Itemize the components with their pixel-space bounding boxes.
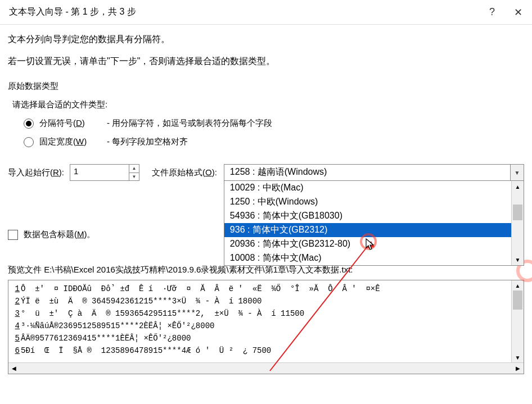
scroll-right-icon[interactable]: ▶ [512,365,524,371]
scroll-down-icon[interactable]: ▼ [512,352,524,362]
dropdown-item[interactable]: 20936 : 简体中文(GB2312-80) [224,237,511,251]
scroll-up-icon[interactable]: ▲ [512,280,524,290]
preview-line: 5ÂÄ®9577612369415****1ÈËÂ¦ ×ÊŐ'²¿8000 [11,332,509,344]
file-origin-value: 1258 : 越南语(Windows) [224,165,510,180]
radio-fixed[interactable] [24,137,34,147]
radio-delimited[interactable] [24,119,34,129]
scroll-track[interactable] [512,290,524,352]
chevron-down-icon[interactable]: ▼ [510,165,524,180]
spin-down-icon[interactable]: ▼ [129,173,139,181]
preview-line: 1Ô ±' ¤ IDĐOĂû Đổ ±đ Ê í ·Ưỡ ¤ Ă Â ë ' «… [11,283,509,295]
radio-delimited-label: 分隔符号(D) [39,118,101,129]
start-row-label: 导入起始行(R): [8,167,64,178]
group-original-data-type: 原始数据类型 [8,81,524,92]
scroll-thumb[interactable] [513,205,522,220]
start-row-spinner[interactable]: 1 ▲ ▼ [70,164,139,181]
scroll-up-icon[interactable]: ▲ [512,181,524,192]
radio-fixed-row[interactable]: 固定宽度(W) - 每列字段加空格对齐 [24,137,524,147]
radio-delimited-row[interactable]: 分隔符号(D) - 用分隔字符，如逗号或制表符分隔每个字段 [24,118,524,129]
headers-checkbox[interactable] [8,230,18,240]
preview-line: 3° ü ±' Ç à Ä ® 1593654295115****2, ±×Ü … [11,307,509,320]
group-subtitle: 请选择最合适的文件类型: [12,99,524,110]
spin-up-icon[interactable]: ▲ [129,165,139,173]
titlebar: 文本导入向导 - 第 1 步，共 3 步 ? ✕ [0,0,532,25]
radio-delimited-desc: - 用分隔字符，如逗号或制表符分隔每个字段 [107,118,272,129]
preview-text: 1Ô ±' ¤ IDĐOĂû Đổ ±đ Ê í ·Ưỡ ¤ Ă Â ë ' «… [8,280,511,362]
preview-line: 2ÝÏ ë ±ù Ä ® 3645942361215****3×Ü ¾ - À … [11,295,509,307]
preview-vscrollbar[interactable]: ▲ ▼ [511,280,524,362]
close-button[interactable]: ✕ [505,0,531,25]
intro-text: 文本分列向导判定您的数据具有分隔符。 [8,34,524,46]
dropdown-list: 10029 : 中欧(Mac) 1250 : 中欧(Windows) 54936… [224,181,511,265]
preview-box: 1Ô ±' ¤ IDĐOĂû Đổ ±đ Ê í ·Ưỡ ¤ Ă Â ë ' «… [8,280,524,374]
dropdown-item[interactable]: 1250 : 中欧(Windows) [224,195,511,209]
headers-checkbox-label: 数据包含标题(M)。 [24,229,96,240]
file-origin-combobox[interactable]: 1258 : 越南语(Windows) ▼ [224,164,524,181]
preview-hscrollbar[interactable]: ◀ ▶ [8,362,524,374]
file-origin-dropdown: 10029 : 中欧(Mac) 1250 : 中欧(Windows) 54936… [224,180,524,266]
dropdown-item-selected[interactable]: 936 : 简体中文(GB2312) [224,223,511,237]
dropdown-item[interactable]: 10008 : 简体中文(Mac) [224,251,511,265]
scroll-thumb[interactable] [513,290,522,310]
scroll-down-icon[interactable]: ▼ [512,254,524,265]
scroll-left-icon[interactable]: ◀ [8,365,20,371]
intro-text-2: 若一切设置无误，请单击"下一步"，否则请选择最合适的数据类型。 [8,56,524,67]
radio-fixed-desc: - 每列字段加空格对齐 [107,137,188,147]
dialog-title: 文本导入向导 - 第 1 步，共 3 步 [9,6,479,18]
preview-line: 4³·¼ÑâúÅ®2369512589515****2ÈËÂ¦ ×ÊŐ'²¿80… [11,320,509,332]
file-origin-label: 文件原始格式(O): [152,167,217,178]
help-button[interactable]: ? [479,0,505,25]
preview-label: 预览文件 E:\书稿\Excel 2016实战技巧精粹\2019.9.6录视频\… [8,265,524,275]
scroll-track[interactable] [512,192,524,254]
radio-fixed-label: 固定宽度(W) [39,137,101,147]
dropdown-scrollbar[interactable]: ▲ ▼ [511,181,524,265]
scroll-track[interactable] [20,363,512,374]
preview-line: 65Đí Œ Ï §Å ® 1235896478915****4Æ ó ' Ü … [11,344,509,357]
start-row-value[interactable]: 1 [70,165,129,180]
dropdown-item[interactable]: 10029 : 中欧(Mac) [224,181,511,195]
dropdown-item[interactable]: 54936 : 简体中文(GB18030) [224,209,511,223]
